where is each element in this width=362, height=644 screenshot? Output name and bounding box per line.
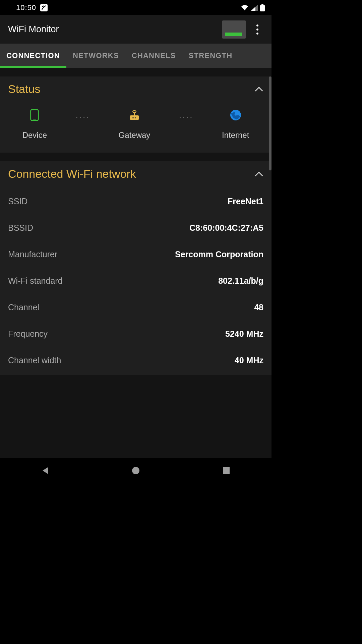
- detail-label: BSSID: [8, 223, 33, 233]
- row-frequency: Frequency 5240 MHz: [8, 329, 263, 339]
- nav-back-button[interactable]: [20, 466, 70, 475]
- tab-channels[interactable]: CHANNELS: [125, 44, 182, 68]
- svg-point-8: [133, 117, 134, 118]
- tab-strength[interactable]: STRENGTH: [182, 44, 239, 68]
- home-icon: [131, 466, 140, 475]
- svg-point-7: [132, 117, 133, 118]
- status-title: Status: [8, 83, 40, 96]
- svg-rect-2: [260, 5, 265, 11]
- scrollbar-thumb[interactable]: [269, 76, 272, 170]
- detail-label: SSID: [8, 197, 27, 206]
- chevron-up-icon: [254, 87, 263, 92]
- dots-separator: ····: [75, 111, 90, 122]
- svg-rect-4: [31, 110, 39, 120]
- status-card: Status Device ····: [0, 76, 272, 153]
- globe-icon: [230, 109, 241, 121]
- row-standard: Wi-Fi standard 802.11a/b/g: [8, 276, 263, 286]
- detail-value: 40 MHz: [235, 356, 263, 365]
- row-channel: Channel 48: [8, 303, 263, 312]
- detail-label: Channel: [8, 303, 39, 312]
- app-bar: WiFi Monitor: [0, 15, 272, 44]
- detail-value: C8:60:00:4C:27:A5: [189, 223, 263, 233]
- tab-label: NETWORKS: [73, 51, 119, 60]
- svg-rect-6: [130, 115, 139, 120]
- status-label: Device: [22, 130, 47, 140]
- app-notification-icon: [40, 4, 48, 11]
- detail-value: FreeNet1: [228, 197, 263, 206]
- android-status-bar: 10:50: [0, 0, 272, 15]
- back-icon: [41, 466, 50, 475]
- svg-rect-3: [261, 4, 263, 5]
- row-bssid: BSSID C8:60:00:4C:27:A5: [8, 223, 263, 233]
- nav-recent-button[interactable]: [201, 467, 251, 475]
- status-device: Device: [22, 109, 47, 140]
- dots-separator: ····: [179, 111, 193, 122]
- detail-label: Manufacturer: [8, 250, 57, 259]
- recent-icon: [222, 467, 230, 475]
- status-internet: Internet: [222, 109, 249, 140]
- tab-networks[interactable]: NETWORKS: [66, 44, 125, 68]
- detail-value: 802.11a/b/g: [218, 276, 263, 286]
- svg-rect-13: [223, 467, 230, 474]
- row-ssid: SSID FreeNet1: [8, 197, 263, 206]
- network-details: SSID FreeNet1 BSSID C8:60:00:4C:27:A5 Ma…: [8, 187, 263, 365]
- detail-value: 5240 MHz: [225, 329, 263, 339]
- android-nav-bar: [0, 458, 272, 483]
- app-title: WiFi Monitor: [8, 24, 217, 35]
- chart-button[interactable]: [222, 20, 246, 39]
- more-menu-button[interactable]: [251, 22, 263, 37]
- svg-point-12: [132, 467, 139, 474]
- status-label: Internet: [222, 130, 249, 140]
- tab-label: CONNECTION: [6, 51, 60, 60]
- connected-title: Connected Wi-Fi network: [8, 167, 136, 180]
- status-label: Gateway: [119, 130, 150, 140]
- tab-connection[interactable]: CONNECTION: [0, 44, 66, 68]
- detail-value: 48: [254, 303, 263, 312]
- battery-icon: [260, 4, 265, 11]
- tab-label: STRENGTH: [189, 51, 233, 60]
- detail-label: Channel width: [8, 356, 61, 365]
- svg-point-9: [135, 117, 136, 118]
- svg-point-1: [43, 5, 44, 6]
- signal-icon: [251, 4, 258, 11]
- svg-point-0: [42, 6, 43, 7]
- detail-label: Frequency: [8, 329, 48, 339]
- gateway-icon: [128, 109, 141, 121]
- status-header[interactable]: Status: [8, 83, 263, 96]
- status-gateway: Gateway: [119, 109, 150, 140]
- tab-bar: CONNECTION NETWORKS CHANNELS STRENGTH: [0, 44, 272, 68]
- detail-value: Sercomm Corporation: [175, 250, 263, 259]
- tab-label: CHANNELS: [132, 51, 176, 60]
- status-path: Device ···· Gateway ····: [8, 102, 263, 143]
- nav-home-button[interactable]: [111, 466, 161, 475]
- wifi-icon: [241, 4, 249, 11]
- status-time: 10:50: [16, 3, 36, 12]
- connected-header[interactable]: Connected Wi-Fi network: [8, 167, 263, 180]
- device-icon: [30, 109, 39, 121]
- connected-network-card: Connected Wi-Fi network SSID FreeNet1 BS…: [0, 161, 272, 375]
- content-scroll[interactable]: Status Device ····: [0, 68, 272, 458]
- row-manufacturer: Manufacturer Sercomm Corporation: [8, 250, 263, 259]
- row-channel-width: Channel width 40 MHz: [8, 356, 263, 365]
- status-indicators: [241, 4, 265, 11]
- chevron-up-icon: [254, 171, 263, 177]
- detail-label: Wi-Fi standard: [8, 276, 63, 286]
